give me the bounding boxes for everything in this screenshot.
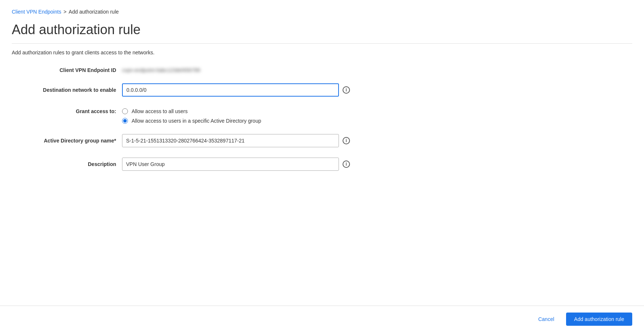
breadcrumb-link[interactable]: Client VPN Endpoints	[12, 9, 61, 15]
radio-specific-group-option[interactable]: Allow access to users in a specific Acti…	[122, 118, 261, 124]
radio-specific-group-input[interactable]	[122, 118, 128, 124]
radio-all-users-label: Allow access to all users	[132, 108, 188, 114]
description-label: Description	[19, 161, 122, 167]
cancel-button[interactable]: Cancel	[532, 313, 560, 325]
breadcrumb: Client VPN Endpoints > Add authorization…	[12, 9, 632, 15]
endpoint-id-label: Client VPN Endpoint ID	[19, 67, 122, 73]
ad-group-name-label: Active Directory group name*	[19, 138, 122, 144]
destination-network-info-icon[interactable]: i	[343, 86, 350, 94]
destination-network-row: Destination network to enable i	[19, 83, 632, 97]
footer-bar: Cancel Add authorization rule	[0, 306, 644, 332]
ad-group-name-info-icon[interactable]: i	[343, 137, 350, 144]
breadcrumb-current: Add authorization rule	[69, 9, 119, 15]
destination-network-input[interactable]	[122, 83, 339, 97]
endpoint-id-row: Client VPN Endpoint ID cvpn-endpoint-0ab…	[19, 67, 632, 73]
destination-network-label: Destination network to enable	[19, 87, 122, 93]
grant-access-row: Grant access to: Allow access to all use…	[19, 107, 632, 124]
grant-access-label: Grant access to:	[19, 108, 122, 114]
page-description: Add authorization rules to grant clients…	[12, 50, 632, 55]
description-input[interactable]	[122, 158, 339, 171]
description-row: Description i	[19, 158, 632, 171]
radio-all-users-input[interactable]	[122, 108, 128, 114]
radio-all-users-option[interactable]: Allow access to all users	[122, 108, 261, 114]
ad-group-name-input[interactable]	[122, 134, 339, 147]
description-info-icon[interactable]: i	[343, 160, 350, 168]
page-title: Add authorization rule	[12, 22, 632, 44]
page-container: Client VPN Endpoints > Add authorization…	[0, 0, 644, 190]
add-authorization-rule-button[interactable]: Add authorization rule	[566, 313, 632, 326]
form-container: Client VPN Endpoint ID cvpn-endpoint-0ab…	[12, 67, 632, 171]
radio-specific-group-label: Allow access to users in a specific Acti…	[132, 118, 261, 124]
ad-group-name-row: Active Directory group name* i	[19, 134, 632, 147]
endpoint-id-value: cvpn-endpoint-0abc123def456789	[122, 67, 200, 73]
breadcrumb-separator: >	[64, 9, 67, 15]
grant-access-radio-group: Allow access to all users Allow access t…	[122, 108, 261, 124]
